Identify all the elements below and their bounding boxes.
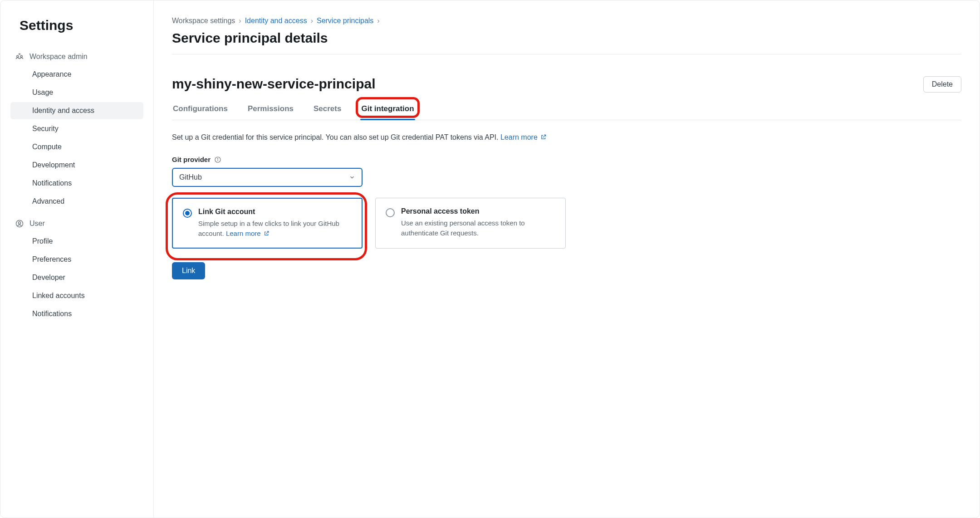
entity-name: my-shiny-new-service-principal <box>172 76 375 92</box>
chevron-right-icon: › <box>239 17 241 25</box>
workspace-admin-icon <box>15 52 24 61</box>
radio-icon <box>183 209 192 218</box>
option-link-git-account[interactable]: Link Git account Simple setup in a few c… <box>172 198 363 249</box>
nav-section-label: Workspace admin <box>29 53 88 61</box>
git-description: Set up a Git credential for this service… <box>172 132 961 143</box>
option-desc: Simple setup in a few clicks to link you… <box>198 219 352 239</box>
tab-git-integration[interactable]: Git integration <box>360 101 415 120</box>
sidebar-item-notifications-ws[interactable]: Notifications <box>10 175 143 192</box>
svg-point-6 <box>217 158 218 158</box>
svg-point-1 <box>20 55 22 57</box>
sidebar-item-development[interactable]: Development <box>10 156 143 174</box>
chevron-down-icon <box>349 174 355 181</box>
page-title: Service principal details <box>172 30 961 46</box>
sidebar-item-identity-and-access[interactable]: Identity and access <box>10 102 143 119</box>
svg-point-2 <box>16 220 23 227</box>
nav-section-label: User <box>29 220 45 228</box>
external-link-icon <box>264 229 270 235</box>
radio-icon <box>386 208 395 217</box>
sidebar-item-preferences[interactable]: Preferences <box>10 251 143 268</box>
settings-sidebar: Settings Workspace admin Appearance Usag… <box>0 0 154 518</box>
sidebar-item-advanced[interactable]: Advanced <box>10 193 143 210</box>
option-title: Personal access token <box>401 207 555 215</box>
info-icon <box>214 156 221 163</box>
sidebar-item-compute[interactable]: Compute <box>10 138 143 156</box>
tabs: Configurations Permissions Secrets Git i… <box>172 101 961 120</box>
tab-secrets[interactable]: Secrets <box>313 101 342 120</box>
git-credential-options: Link Git account Simple setup in a few c… <box>172 198 961 249</box>
main-content: Workspace settings › Identity and access… <box>154 0 980 518</box>
svg-point-3 <box>19 222 21 224</box>
sidebar-item-notifications-user[interactable]: Notifications <box>10 305 143 323</box>
sidebar-item-profile[interactable]: Profile <box>10 233 143 250</box>
sidebar-item-appearance[interactable]: Appearance <box>10 66 143 83</box>
learn-more-link[interactable]: Learn more <box>500 133 547 141</box>
delete-button[interactable]: Delete <box>923 76 961 93</box>
git-provider-select[interactable]: GitHub <box>172 168 363 187</box>
external-link-icon <box>540 132 547 139</box>
breadcrumb-item[interactable]: Identity and access <box>245 17 307 25</box>
chevron-right-icon: › <box>311 17 313 25</box>
git-provider-label: Git provider <box>172 156 961 163</box>
git-provider-value: GitHub <box>179 173 202 181</box>
chevron-right-icon: › <box>377 17 379 25</box>
breadcrumb-item[interactable]: Service principals <box>317 17 373 25</box>
option-personal-access-token[interactable]: Personal access token Use an existing pe… <box>375 198 566 249</box>
nav-section-header: Workspace admin <box>10 49 143 65</box>
svg-point-0 <box>17 55 19 57</box>
sidebar-title: Settings <box>20 18 143 33</box>
nav-section-workspace-admin: Workspace admin Appearance Usage Identit… <box>10 49 143 210</box>
divider <box>172 54 961 54</box>
breadcrumb-item: Workspace settings <box>172 17 235 25</box>
tab-permissions[interactable]: Permissions <box>247 101 294 120</box>
sidebar-item-security[interactable]: Security <box>10 120 143 137</box>
user-icon <box>15 219 24 228</box>
sidebar-item-developer[interactable]: Developer <box>10 269 143 286</box>
sidebar-item-linked-accounts[interactable]: Linked accounts <box>10 287 143 304</box>
breadcrumb: Workspace settings › Identity and access… <box>172 17 961 25</box>
nav-section-user: User Profile Preferences Developer Linke… <box>10 215 143 323</box>
learn-more-link[interactable]: Learn more <box>226 230 270 237</box>
option-desc: Use an existing personal access token to… <box>401 218 555 238</box>
option-title: Link Git account <box>198 208 352 216</box>
sidebar-item-usage[interactable]: Usage <box>10 84 143 101</box>
tab-configurations[interactable]: Configurations <box>172 101 229 120</box>
link-button[interactable]: Link <box>172 262 205 279</box>
nav-section-header: User <box>10 215 143 232</box>
